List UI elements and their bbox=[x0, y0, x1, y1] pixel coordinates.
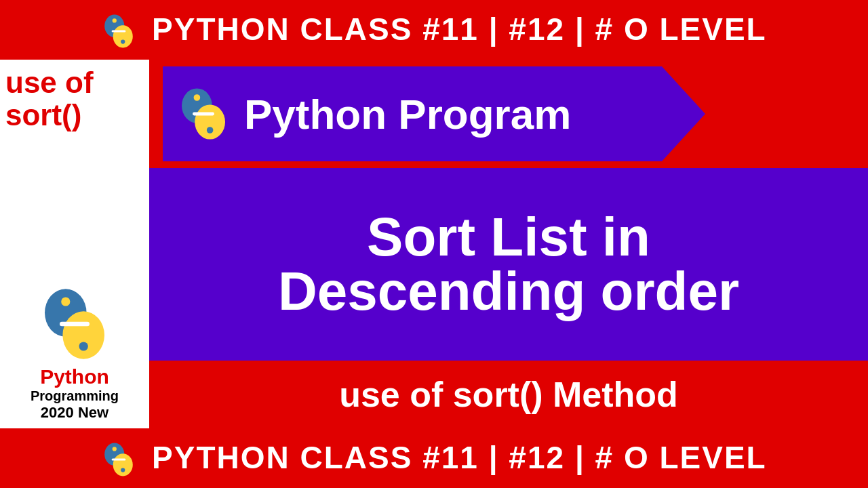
svg-point-11 bbox=[195, 104, 225, 139]
svg-rect-4 bbox=[112, 30, 126, 33]
sort-title-line1: Sort List in bbox=[367, 207, 650, 267]
sidebar-use-of-sort-text: use of sort() bbox=[5, 66, 144, 132]
sidebar-year-label: 2020 New bbox=[41, 404, 108, 422]
top-banner-text: PYTHON CLASS #11 | #12 | # O LEVEL bbox=[101, 11, 766, 49]
svg-point-8 bbox=[79, 342, 88, 350]
top-banner: PYTHON CLASS #11 | #12 | # O LEVEL bbox=[0, 0, 868, 60]
python-logo-sidebar bbox=[37, 287, 112, 361]
bottom-banner-text: PYTHON CLASS #11 | #12 | # O LEVEL bbox=[101, 439, 766, 478]
method-text: use of sort() Method bbox=[339, 374, 678, 415]
method-section: use of sort() Method bbox=[149, 361, 868, 428]
sort-section: Sort List in Descending order bbox=[149, 168, 868, 361]
sort-title-line2: Descending order bbox=[278, 261, 739, 321]
svg-rect-19 bbox=[112, 459, 126, 461]
page-container: PYTHON CLASS #11 | #12 | # O LEVEL use o… bbox=[0, 0, 868, 488]
python-logo-main bbox=[176, 87, 231, 141]
sidebar-python-label: Python bbox=[40, 365, 109, 388]
svg-point-17 bbox=[113, 447, 117, 451]
left-sidebar: use of sort() Python Programming 2020 Ne… bbox=[0, 60, 149, 428]
svg-rect-9 bbox=[60, 322, 90, 327]
sort-title: Sort List in Descending order bbox=[278, 210, 739, 319]
svg-rect-14 bbox=[193, 113, 214, 116]
svg-point-18 bbox=[121, 468, 125, 472]
python-icon-top bbox=[101, 14, 136, 49]
svg-point-13 bbox=[207, 127, 214, 134]
svg-point-6 bbox=[62, 311, 104, 359]
python-program-section: Python Program bbox=[149, 60, 868, 168]
sidebar-bottom: Python Programming 2020 New bbox=[5, 287, 144, 422]
svg-point-7 bbox=[61, 297, 70, 306]
svg-point-16 bbox=[113, 454, 133, 476]
bottom-banner: PYTHON CLASS #11 | #12 | # O LEVEL bbox=[0, 428, 868, 488]
sidebar-programming-label: Programming bbox=[31, 388, 119, 404]
python-icon-bottom bbox=[101, 442, 136, 477]
main-area: use of sort() Python Programming 2020 Ne… bbox=[0, 60, 868, 428]
svg-point-12 bbox=[194, 94, 201, 101]
right-content: Python Program Sort List in Descending o… bbox=[149, 60, 868, 428]
python-program-arrow: Python Program bbox=[163, 66, 705, 161]
svg-point-2 bbox=[113, 19, 117, 23]
svg-point-3 bbox=[121, 40, 125, 44]
svg-point-1 bbox=[113, 26, 133, 48]
python-program-label: Python Program bbox=[244, 90, 571, 138]
